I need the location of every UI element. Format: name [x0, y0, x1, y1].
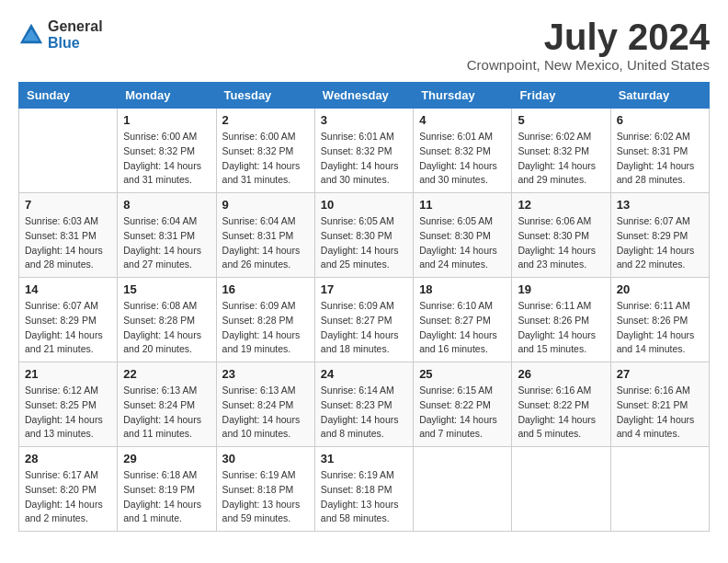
month-title: July 2024: [467, 18, 710, 55]
day-info: Sunrise: 6:14 AMSunset: 8:23 PMDaylight:…: [321, 384, 407, 442]
day-number: 8: [123, 198, 210, 212]
day-info: Sunrise: 6:15 AMSunset: 8:22 PMDaylight:…: [419, 384, 506, 442]
logo-blue-label: Blue: [48, 35, 103, 52]
header-monday: Monday: [118, 83, 216, 109]
day-info: Sunrise: 6:16 AMSunset: 8:22 PMDaylight:…: [518, 384, 604, 442]
day-info: Sunrise: 6:04 AMSunset: 8:31 PMDaylight:…: [123, 214, 210, 272]
day-number: 20: [617, 282, 703, 296]
day-number: 15: [123, 282, 210, 296]
day-info: Sunrise: 6:01 AMSunset: 8:32 PMDaylight:…: [321, 130, 407, 188]
calendar-cell: 2Sunrise: 6:00 AMSunset: 8:32 PMDaylight…: [216, 109, 314, 193]
day-number: 23: [222, 367, 309, 381]
day-info: Sunrise: 6:08 AMSunset: 8:28 PMDaylight:…: [123, 299, 210, 357]
calendar-cell: 14Sunrise: 6:07 AMSunset: 8:29 PMDayligh…: [19, 278, 118, 362]
calendar-cell: 3Sunrise: 6:01 AMSunset: 8:32 PMDaylight…: [314, 109, 413, 193]
day-number: 3: [321, 113, 407, 127]
day-number: 25: [419, 367, 506, 381]
day-number: 11: [419, 198, 506, 212]
calendar-cell: 26Sunrise: 6:16 AMSunset: 8:22 PMDayligh…: [512, 362, 610, 447]
day-number: 28: [25, 452, 111, 465]
calendar-cell: 20Sunrise: 6:11 AMSunset: 8:26 PMDayligh…: [610, 278, 709, 362]
day-number: 14: [25, 282, 111, 296]
calendar-cell: 24Sunrise: 6:14 AMSunset: 8:23 PMDayligh…: [314, 362, 413, 447]
calendar-week-1: 1Sunrise: 6:00 AMSunset: 8:32 PMDaylight…: [19, 109, 710, 193]
calendar-cell: 29Sunrise: 6:18 AMSunset: 8:19 PMDayligh…: [118, 447, 216, 532]
day-number: 22: [123, 367, 210, 381]
day-info: Sunrise: 6:16 AMSunset: 8:21 PMDaylight:…: [617, 384, 703, 442]
calendar-cell: 22Sunrise: 6:13 AMSunset: 8:24 PMDayligh…: [118, 362, 216, 447]
calendar-cell: 17Sunrise: 6:09 AMSunset: 8:27 PMDayligh…: [314, 278, 413, 362]
calendar-cell: 4Sunrise: 6:01 AMSunset: 8:32 PMDaylight…: [414, 109, 512, 193]
logo-general-label: General: [48, 18, 103, 35]
day-number: 2: [222, 113, 309, 127]
calendar-cell: [414, 447, 512, 532]
day-info: Sunrise: 6:09 AMSunset: 8:27 PMDaylight:…: [321, 299, 407, 357]
calendar-week-4: 21Sunrise: 6:12 AMSunset: 8:25 PMDayligh…: [19, 362, 710, 447]
day-info: Sunrise: 6:05 AMSunset: 8:30 PMDaylight:…: [419, 214, 506, 272]
day-number: 10: [321, 198, 407, 212]
calendar-cell: 23Sunrise: 6:13 AMSunset: 8:24 PMDayligh…: [216, 362, 314, 447]
location-label: Crownpoint, New Mexico, United States: [467, 57, 710, 73]
day-info: Sunrise: 6:11 AMSunset: 8:26 PMDaylight:…: [518, 299, 604, 357]
calendar-table: SundayMondayTuesdayWednesdayThursdayFrid…: [18, 82, 710, 532]
day-info: Sunrise: 6:19 AMSunset: 8:18 PMDaylight:…: [222, 468, 309, 526]
calendar-week-2: 7Sunrise: 6:03 AMSunset: 8:31 PMDaylight…: [19, 193, 710, 278]
day-info: Sunrise: 6:05 AMSunset: 8:30 PMDaylight:…: [321, 214, 407, 272]
day-number: 19: [518, 282, 604, 296]
calendar-cell: 9Sunrise: 6:04 AMSunset: 8:31 PMDaylight…: [216, 193, 314, 278]
day-number: 9: [222, 198, 309, 212]
calendar-cell: 1Sunrise: 6:00 AMSunset: 8:32 PMDaylight…: [118, 109, 216, 193]
calendar-header-row: SundayMondayTuesdayWednesdayThursdayFrid…: [19, 83, 710, 109]
day-number: 18: [419, 282, 506, 296]
logo-text: General Blue: [48, 18, 103, 51]
day-info: Sunrise: 6:03 AMSunset: 8:31 PMDaylight:…: [25, 214, 111, 272]
calendar-cell: 25Sunrise: 6:15 AMSunset: 8:22 PMDayligh…: [414, 362, 512, 447]
calendar-cell: 8Sunrise: 6:04 AMSunset: 8:31 PMDaylight…: [118, 193, 216, 278]
header-thursday: Thursday: [414, 83, 512, 109]
calendar-cell: 10Sunrise: 6:05 AMSunset: 8:30 PMDayligh…: [314, 193, 413, 278]
page-header: General Blue July 2024 Crownpoint, New M…: [18, 18, 710, 73]
day-info: Sunrise: 6:18 AMSunset: 8:19 PMDaylight:…: [123, 468, 210, 526]
day-number: 7: [25, 198, 111, 212]
day-info: Sunrise: 6:13 AMSunset: 8:24 PMDaylight:…: [222, 384, 309, 442]
day-number: 13: [617, 198, 703, 212]
day-info: Sunrise: 6:00 AMSunset: 8:32 PMDaylight:…: [123, 130, 210, 188]
day-info: Sunrise: 6:00 AMSunset: 8:32 PMDaylight:…: [222, 130, 309, 188]
day-number: 31: [321, 452, 407, 465]
day-info: Sunrise: 6:17 AMSunset: 8:20 PMDaylight:…: [25, 468, 111, 526]
day-info: Sunrise: 6:07 AMSunset: 8:29 PMDaylight:…: [617, 214, 703, 272]
day-info: Sunrise: 6:04 AMSunset: 8:31 PMDaylight:…: [222, 214, 309, 272]
day-number: 12: [518, 198, 604, 212]
day-info: Sunrise: 6:02 AMSunset: 8:31 PMDaylight:…: [617, 130, 703, 188]
day-number: 4: [419, 113, 506, 127]
day-info: Sunrise: 6:07 AMSunset: 8:29 PMDaylight:…: [25, 299, 111, 357]
calendar-cell: 15Sunrise: 6:08 AMSunset: 8:28 PMDayligh…: [118, 278, 216, 362]
day-number: 27: [617, 367, 703, 381]
day-info: Sunrise: 6:12 AMSunset: 8:25 PMDaylight:…: [25, 384, 111, 442]
title-block: July 2024 Crownpoint, New Mexico, United…: [467, 18, 710, 73]
day-info: Sunrise: 6:09 AMSunset: 8:28 PMDaylight:…: [222, 299, 309, 357]
header-sunday: Sunday: [19, 83, 118, 109]
day-info: Sunrise: 6:19 AMSunset: 8:18 PMDaylight:…: [321, 468, 407, 526]
calendar-cell: 18Sunrise: 6:10 AMSunset: 8:27 PMDayligh…: [414, 278, 512, 362]
calendar-cell: 31Sunrise: 6:19 AMSunset: 8:18 PMDayligh…: [314, 447, 413, 532]
calendar-cell: 21Sunrise: 6:12 AMSunset: 8:25 PMDayligh…: [19, 362, 118, 447]
day-info: Sunrise: 6:13 AMSunset: 8:24 PMDaylight:…: [123, 384, 210, 442]
day-info: Sunrise: 6:01 AMSunset: 8:32 PMDaylight:…: [419, 130, 506, 188]
calendar-cell: [610, 447, 709, 532]
calendar-cell: 5Sunrise: 6:02 AMSunset: 8:32 PMDaylight…: [512, 109, 610, 193]
calendar-week-5: 28Sunrise: 6:17 AMSunset: 8:20 PMDayligh…: [19, 447, 710, 532]
calendar-cell: 27Sunrise: 6:16 AMSunset: 8:21 PMDayligh…: [610, 362, 709, 447]
logo-icon: [18, 22, 44, 48]
day-number: 17: [321, 282, 407, 296]
calendar-cell: 12Sunrise: 6:06 AMSunset: 8:30 PMDayligh…: [512, 193, 610, 278]
day-info: Sunrise: 6:11 AMSunset: 8:26 PMDaylight:…: [617, 299, 703, 357]
day-info: Sunrise: 6:06 AMSunset: 8:30 PMDaylight:…: [518, 214, 604, 272]
day-number: 30: [222, 452, 309, 465]
logo: General Blue: [18, 18, 103, 51]
header-saturday: Saturday: [610, 83, 709, 109]
calendar-week-3: 14Sunrise: 6:07 AMSunset: 8:29 PMDayligh…: [19, 278, 710, 362]
day-number: 1: [123, 113, 210, 127]
calendar-cell: 6Sunrise: 6:02 AMSunset: 8:31 PMDaylight…: [610, 109, 709, 193]
calendar-cell: 11Sunrise: 6:05 AMSunset: 8:30 PMDayligh…: [414, 193, 512, 278]
